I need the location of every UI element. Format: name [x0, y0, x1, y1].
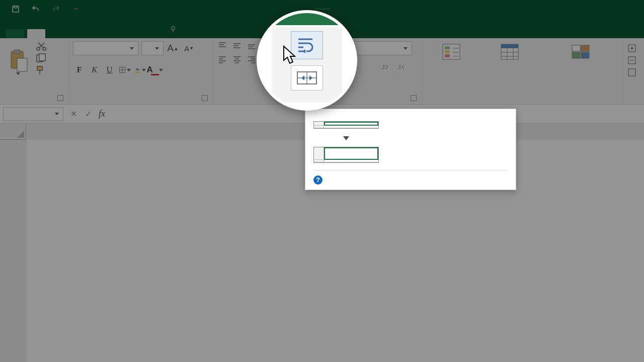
bold-button[interactable]: F	[73, 63, 86, 76]
tell-me-search[interactable]	[169, 25, 180, 38]
insert-cells-icon[interactable]	[627, 43, 639, 53]
help-icon: ?	[313, 175, 323, 185]
conditional-formatting-icon	[441, 41, 462, 62]
tt-after-text	[324, 147, 378, 160]
svg-rect-19	[572, 45, 580, 51]
title-chip	[314, 8, 330, 10]
undo-icon[interactable]	[30, 4, 41, 15]
paste-dropdown-icon	[16, 72, 20, 75]
tab-pagelayout[interactable]	[69, 29, 88, 38]
tt-after-row1	[314, 147, 324, 160]
tab-file[interactable]	[6, 29, 24, 38]
qat-customize-icon[interactable]	[70, 4, 82, 15]
svg-rect-14	[445, 46, 450, 49]
font-group-label	[73, 100, 209, 103]
tt-empty2	[324, 160, 378, 162]
svg-rect-10	[37, 66, 42, 70]
tab-start[interactable]	[27, 29, 45, 38]
svg-rect-9	[39, 54, 45, 61]
format-cells-icon[interactable]	[627, 67, 639, 77]
tab-view[interactable]	[133, 29, 151, 38]
font-launcher[interactable]	[202, 95, 208, 101]
select-all-corner[interactable]	[0, 124, 26, 140]
align-top-icon[interactable]	[217, 41, 230, 53]
borders-button[interactable]	[118, 63, 131, 76]
increase-decimal-icon[interactable]	[379, 60, 392, 73]
increase-font-icon[interactable]: A▲	[167, 42, 180, 55]
svg-rect-5	[17, 58, 27, 71]
cell-styles-button[interactable]	[543, 41, 618, 62]
svg-rect-4	[14, 50, 20, 54]
svg-rect-25	[628, 69, 635, 76]
name-box[interactable]	[3, 107, 63, 121]
align-left-icon[interactable]	[217, 55, 230, 67]
svg-rect-12	[135, 72, 139, 73]
svg-rect-18	[501, 44, 518, 48]
format-as-table-icon	[499, 41, 520, 62]
tt-before-row1	[314, 122, 324, 126]
decrease-decimal-icon[interactable]	[395, 60, 408, 73]
tt-after-row2	[314, 160, 324, 162]
tt-before-text	[324, 122, 378, 126]
copy-icon[interactable]	[35, 53, 47, 63]
align-center-icon[interactable]	[232, 55, 245, 67]
svg-rect-1	[14, 6, 17, 8]
zoom-lens	[257, 10, 357, 111]
lightbulb-icon	[169, 25, 177, 33]
font-size-select[interactable]	[141, 41, 164, 55]
merge-center-icon	[295, 69, 318, 87]
decrease-font-icon[interactable]: A▼	[183, 42, 196, 55]
svg-rect-15	[445, 50, 450, 53]
svg-rect-21	[572, 52, 580, 58]
delete-cells-icon[interactable]	[627, 55, 639, 65]
tab-insert[interactable]	[48, 29, 66, 38]
svg-point-2	[172, 27, 175, 30]
cancel-formula-icon[interactable]: ✕	[70, 109, 77, 119]
tt-empty	[324, 126, 378, 128]
svg-rect-0	[13, 6, 19, 12]
thousands-button[interactable]	[363, 60, 376, 73]
clipboard-launcher[interactable]	[57, 95, 63, 101]
tooltip-arrow-icon	[313, 130, 379, 146]
cut-icon[interactable]	[35, 41, 47, 51]
paste-button[interactable]	[4, 41, 32, 82]
tooltip-description	[388, 121, 508, 163]
fx-icon[interactable]: fx	[99, 109, 105, 119]
align-middle-icon[interactable]	[232, 41, 245, 53]
svg-rect-20	[581, 45, 589, 51]
redo-icon[interactable]	[50, 4, 61, 15]
clipboard-icon	[8, 49, 28, 72]
merge-center-button[interactable]	[291, 65, 323, 90]
font-name-select[interactable]	[73, 41, 138, 55]
svg-rect-22	[581, 52, 589, 58]
tooltip-illustration	[313, 121, 379, 163]
quick-access-toolbar	[10, 4, 82, 15]
fill-color-button[interactable]	[133, 63, 146, 76]
format-as-table-button[interactable]	[485, 41, 535, 62]
font-color-button[interactable]: A	[148, 63, 162, 76]
italic-button[interactable]: K	[88, 63, 101, 76]
tt-before-row2	[314, 126, 324, 128]
cursor-icon	[282, 45, 299, 67]
confirm-formula-icon[interactable]: ✓	[85, 109, 92, 119]
format-painter-icon[interactable]	[35, 65, 47, 75]
svg-rect-16	[445, 54, 450, 57]
save-icon[interactable]	[10, 4, 21, 15]
number-launcher[interactable]	[411, 95, 417, 101]
underline-button[interactable]: U	[103, 63, 116, 76]
conditional-formatting-button[interactable]	[426, 41, 476, 62]
tab-formulas[interactable]	[91, 29, 109, 38]
wrap-text-tooltip: ?	[305, 109, 516, 190]
clipboard-group-label	[4, 100, 64, 103]
styles-group-label	[426, 100, 618, 103]
number-group-label	[347, 100, 418, 103]
cell-styles-icon	[570, 41, 591, 62]
tab-data[interactable]	[112, 29, 130, 38]
